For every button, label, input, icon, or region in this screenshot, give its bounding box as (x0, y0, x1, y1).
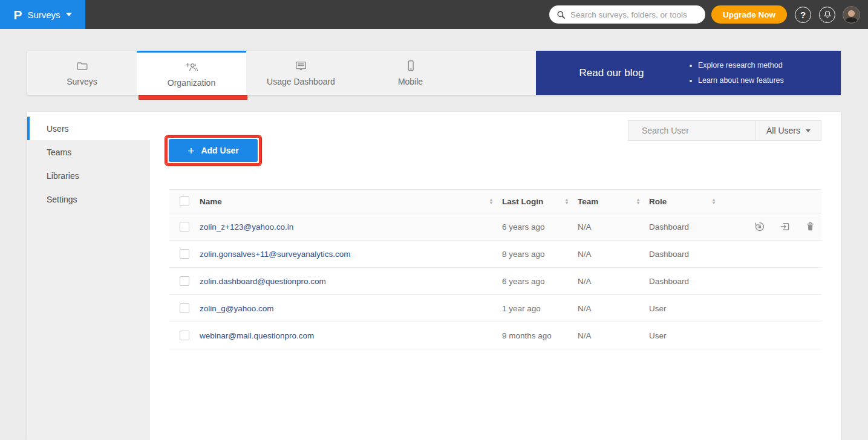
team-value: N/A (578, 331, 649, 340)
tab-organization[interactable]: Organization (137, 51, 246, 95)
product-menu-label: Surveys (27, 10, 60, 20)
add-user-label: Add User (201, 146, 238, 155)
questionpro-logo: P (13, 8, 22, 21)
user-email-link[interactable]: zolin.dashboard@questionpro.com (200, 277, 326, 286)
last-login-value: 6 years ago (502, 222, 578, 231)
row-actions (725, 221, 821, 232)
user-email-link[interactable]: webinar@mail.questionpro.com (200, 331, 314, 340)
tab-usage-dashboard[interactable]: Usage Dashboard (246, 51, 356, 95)
table-row: zolin.dashboard@questionpro.com 6 years … (169, 268, 821, 295)
sidebar-item-users[interactable]: Users (27, 117, 150, 140)
role-value: Dashboard (649, 250, 725, 259)
sidebar-item-teams[interactable]: Teams (27, 140, 150, 164)
avatar-silhouette (843, 8, 860, 23)
login-as-icon[interactable] (780, 221, 791, 232)
upgrade-now-button[interactable]: Upgrade Now (711, 5, 787, 24)
global-search-input[interactable] (570, 10, 698, 19)
tabstrip: Surveys Organization Usage Dashboard Mob… (27, 51, 841, 95)
last-login-value: 9 months ago (502, 331, 578, 340)
add-group-icon (184, 60, 199, 74)
sidebar-item-settings[interactable]: Settings (27, 187, 150, 211)
sort-icon[interactable]: ▴▾ (637, 198, 639, 204)
blog-banner-bullet: Explore research method (698, 58, 784, 73)
topbar: P Surveys Upgrade Now ? (0, 0, 868, 29)
sort-icon[interactable]: ▴▾ (713, 198, 715, 204)
user-email-link[interactable]: zolin_g@yahoo.com (200, 304, 274, 313)
row-checkbox[interactable] (180, 276, 189, 286)
table-row: zolin.gonsalves+11@surveyanalytics.com 8… (169, 241, 821, 268)
search-user (628, 121, 755, 140)
sidebar-item-label: Settings (47, 195, 77, 204)
plus-icon: + (188, 145, 194, 157)
tab-surveys-label: Surveys (67, 77, 97, 86)
column-header-team: Team (578, 197, 598, 206)
sort-icon[interactable]: ▴▾ (490, 198, 492, 204)
chevron-down-icon (66, 13, 72, 16)
table-row: webinar@mail.questionpro.com 9 months ag… (169, 322, 821, 349)
table-row: zolin_z+123@yahoo.co.in 6 years ago N/A … (169, 213, 821, 241)
role-value: Dashboard (649, 277, 725, 286)
last-login-value: 6 years ago (502, 277, 578, 286)
sidebar-item-label: Teams (47, 147, 71, 157)
blog-banner-bullet: Learn about new features (698, 73, 784, 88)
folder-icon (76, 59, 89, 73)
mobile-icon (404, 59, 417, 73)
tab-mobile[interactable]: Mobile (356, 51, 465, 95)
user-filter-dropdown[interactable]: All Users (755, 121, 821, 140)
add-user-button[interactable]: + Add User (169, 139, 258, 162)
help-button[interactable]: ? (795, 7, 811, 23)
column-header-last-login: Last Login (502, 197, 543, 206)
annotation-red-box: + Add User (165, 135, 261, 166)
team-value: N/A (578, 277, 649, 286)
global-search (549, 5, 705, 24)
sidebar: Users Teams Libraries Settings (27, 112, 150, 440)
user-email-link[interactable]: zolin.gonsalves+11@surveyanalytics.com (200, 250, 350, 259)
users-panel: All Users + Add User Name▴▾ Last Login▴▾… (150, 112, 841, 440)
row-checkbox[interactable] (180, 222, 189, 231)
sidebar-top-spacer (27, 112, 150, 117)
team-value: N/A (578, 250, 649, 259)
sidebar-item-label: Users (47, 124, 69, 134)
reset-password-icon[interactable] (754, 221, 765, 232)
avatar[interactable] (843, 6, 860, 24)
blog-banner-bullets: Explore research method Learn about new … (687, 58, 784, 88)
search-user-input[interactable] (642, 126, 751, 135)
topbar-right: Upgrade Now ? (549, 5, 868, 24)
tabstrip-filler (465, 51, 536, 95)
tab-organization-label: Organization (168, 78, 215, 88)
sidebar-item-libraries[interactable]: Libraries (27, 164, 150, 187)
sidebar-item-label: Libraries (47, 171, 79, 181)
user-filters-bar: All Users (628, 120, 821, 141)
team-value: N/A (578, 222, 649, 231)
tab-surveys[interactable]: Surveys (27, 51, 137, 95)
users-table: Name▴▾ Last Login▴▾ Team▴▾ Role▴▾ zolin_… (169, 189, 821, 349)
user-email-link[interactable]: zolin_z+123@yahoo.co.in (200, 222, 293, 231)
column-header-name: Name (200, 197, 222, 206)
search-icon (556, 10, 566, 19)
main-card: Users Teams Libraries Settings All Users… (27, 112, 841, 440)
chevron-down-icon (806, 129, 811, 132)
row-checkbox[interactable] (180, 249, 189, 259)
screen: P Surveys Upgrade Now ? Surveys (0, 0, 868, 440)
trash-icon[interactable] (805, 221, 815, 232)
help-icon: ? (800, 10, 806, 20)
select-all-checkbox[interactable] (180, 196, 189, 206)
team-value: N/A (578, 304, 649, 313)
role-value: Dashboard (649, 222, 725, 231)
blog-banner[interactable]: Read our blog Explore research method Le… (536, 51, 841, 95)
annotation-red-underline (139, 95, 247, 100)
role-value: User (649, 304, 725, 313)
table-row: zolin_g@yahoo.com 1 year ago N/A User (169, 295, 821, 322)
tab-mobile-label: Mobile (398, 77, 423, 86)
sort-icon[interactable]: ▴▾ (566, 198, 568, 204)
product-menu[interactable]: P Surveys (0, 0, 85, 29)
last-login-value: 8 years ago (502, 250, 578, 259)
notifications-button[interactable] (819, 7, 835, 23)
table-header-row: Name▴▾ Last Login▴▾ Team▴▾ Role▴▾ (169, 189, 821, 213)
role-value: User (649, 331, 725, 340)
row-checkbox[interactable] (180, 303, 189, 313)
row-checkbox[interactable] (180, 331, 189, 340)
usage-dashboard-icon (294, 59, 308, 73)
bell-icon (823, 10, 832, 19)
last-login-value: 1 year ago (502, 304, 578, 313)
